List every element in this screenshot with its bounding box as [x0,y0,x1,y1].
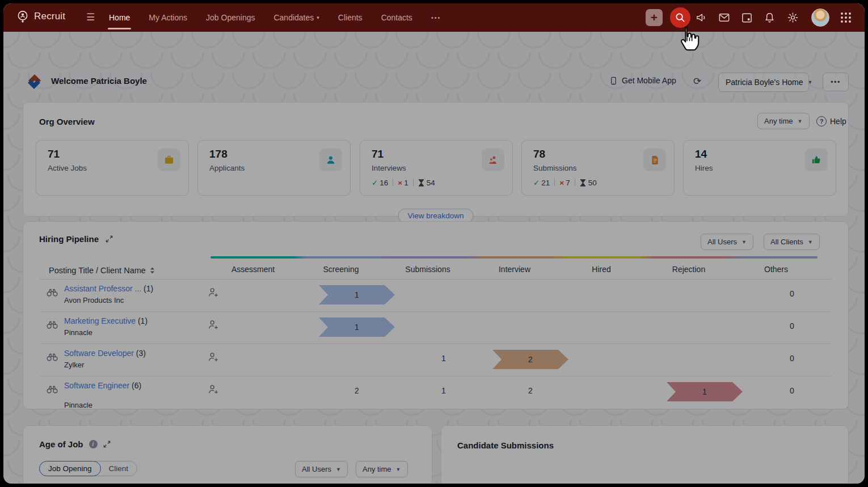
megaphone-icon [695,11,708,24]
announcement-button[interactable] [695,11,708,24]
app-window: Recruit ☰ Home My Actions Job Openings C… [3,3,865,484]
recruit-logo[interactable]: Recruit [16,10,65,23]
brand-name: Recruit [34,11,65,22]
top-navigation-bar: Recruit ☰ Home My Actions Job Openings C… [3,3,865,32]
mail-button[interactable] [718,11,731,24]
settings-button[interactable] [786,11,799,24]
nav-tab-job-openings[interactable]: Job Openings [206,3,255,32]
mail-icon [718,11,731,24]
apps-grid-button[interactable] [840,11,852,24]
search-icon [675,12,685,23]
search-button[interactable] [670,7,690,28]
nav-tab-clients[interactable]: Clients [338,3,363,32]
nav-tab-home[interactable]: Home [109,3,130,32]
bell-icon [763,11,776,24]
user-avatar[interactable] [811,9,829,27]
nav-tab-contacts[interactable]: Contacts [381,3,412,32]
primary-nav: Home My Actions Job Openings Candidates▾… [109,3,441,32]
quick-add-button[interactable]: + [646,9,663,26]
nav-more-button[interactable]: ••• [431,3,441,32]
notifications-button[interactable] [763,11,776,24]
recruit-brand-icon [16,10,30,23]
gear-icon [786,11,799,24]
nav-tab-candidates[interactable]: Candidates▾ [273,3,319,32]
calendar-button[interactable] [740,11,753,24]
hamburger-menu-icon[interactable]: ☰ [86,11,95,23]
nav-tab-my-actions[interactable]: My Actions [149,3,187,32]
calendar-icon [740,11,753,24]
chevron-down-icon: ▾ [317,15,319,20]
apps-grid-icon [840,11,852,24]
dim-overlay [3,32,865,484]
